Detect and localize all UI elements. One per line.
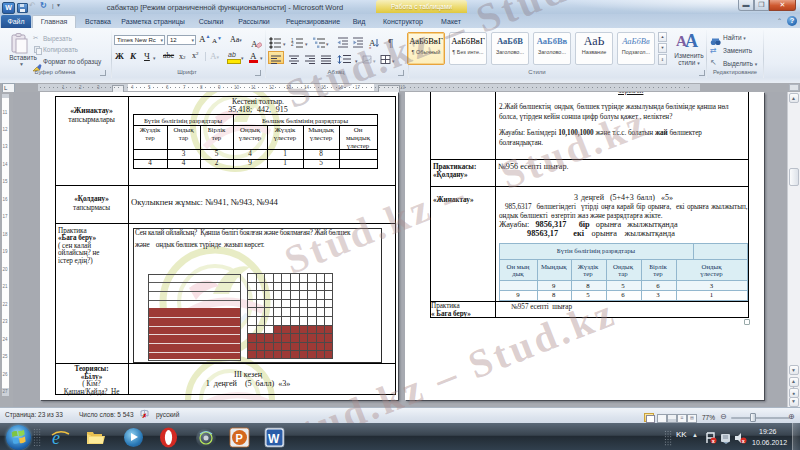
- svg-text:я: я: [369, 45, 371, 49]
- svg-text:2: 2: [291, 42, 294, 47]
- svg-text:¶: ¶: [388, 38, 393, 49]
- svg-text:▾: ▾: [283, 41, 286, 47]
- svg-text:P: P: [236, 432, 243, 444]
- svg-text:W: W: [268, 432, 280, 446]
- svg-text:✗: ✗: [142, 413, 147, 419]
- svg-text:▾: ▾: [305, 41, 308, 47]
- svg-text:▾: ▾: [373, 58, 376, 64]
- svg-text:▾: ▾: [355, 58, 358, 64]
- svg-text:А: А: [251, 39, 258, 49]
- svg-text:▾: ▾: [392, 58, 395, 64]
- svg-text:▾: ▾: [326, 41, 329, 47]
- svg-text:e: e: [52, 428, 60, 448]
